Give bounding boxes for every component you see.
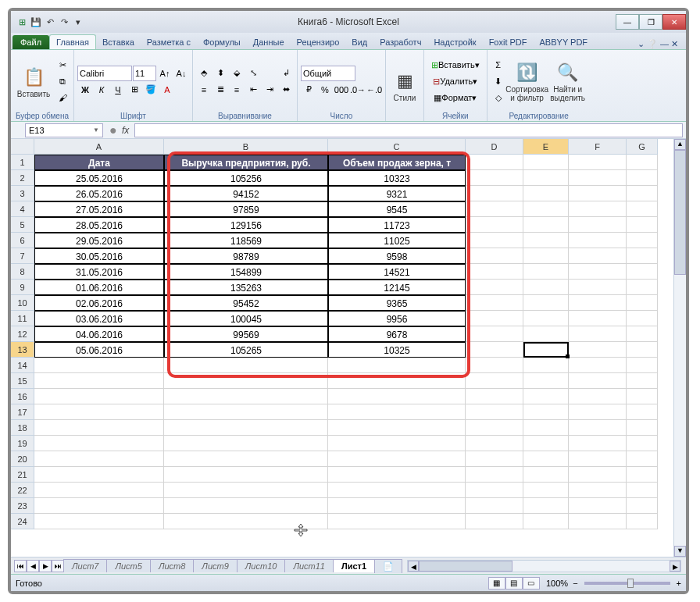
cell[interactable] bbox=[627, 436, 658, 451]
col-header-G[interactable]: G bbox=[627, 139, 658, 155]
cell[interactable]: 02.06.2016 bbox=[34, 295, 164, 311]
cell[interactable] bbox=[569, 186, 627, 201]
cell[interactable]: 25.05.2016 bbox=[34, 170, 164, 186]
cell[interactable] bbox=[164, 436, 328, 451]
cell[interactable] bbox=[34, 358, 164, 373]
cell[interactable] bbox=[523, 373, 569, 389]
cell[interactable]: Объем продаж зерна, т bbox=[328, 155, 466, 170]
cell[interactable] bbox=[569, 326, 627, 342]
cell[interactable] bbox=[569, 248, 627, 264]
dec-decimal-icon[interactable]: ←.0 bbox=[366, 82, 382, 98]
cell[interactable] bbox=[627, 404, 658, 420]
cell[interactable] bbox=[328, 498, 466, 514]
italic-button[interactable]: К bbox=[94, 82, 109, 98]
maximize-button[interactable]: ❐ bbox=[639, 14, 662, 30]
cell[interactable] bbox=[627, 170, 658, 186]
grow-font-icon[interactable]: A↑ bbox=[157, 66, 173, 81]
cut-icon[interactable]: ✂ bbox=[55, 57, 70, 73]
name-box[interactable]: E13 ▼ bbox=[25, 123, 103, 137]
sheet-tab[interactable]: Лист10 bbox=[237, 559, 286, 572]
cell[interactable]: 9365 bbox=[328, 295, 466, 311]
cell[interactable] bbox=[523, 467, 569, 483]
cell[interactable] bbox=[466, 311, 523, 326]
copy-icon[interactable]: ⧉ bbox=[55, 73, 70, 89]
cell[interactable]: 9545 bbox=[328, 201, 466, 217]
cell[interactable] bbox=[466, 389, 523, 404]
view-normal-icon[interactable]: ▦ bbox=[488, 577, 505, 590]
cell[interactable] bbox=[466, 342, 523, 358]
file-tab[interactable]: Файл bbox=[12, 35, 49, 49]
cell[interactable] bbox=[627, 295, 658, 311]
cell[interactable] bbox=[164, 373, 328, 389]
sheet-nav-prev-icon[interactable]: ◀ bbox=[27, 560, 39, 572]
cell[interactable] bbox=[627, 373, 658, 389]
sheet-nav-last-icon[interactable]: ⏭ bbox=[52, 560, 64, 572]
scroll-up-icon[interactable]: ▲ bbox=[674, 139, 686, 150]
cell[interactable] bbox=[569, 358, 627, 373]
cell[interactable] bbox=[328, 389, 466, 404]
hscroll-thumb[interactable] bbox=[419, 561, 512, 572]
row-header[interactable]: 18 bbox=[11, 420, 34, 436]
inc-decimal-icon[interactable]: .0→ bbox=[350, 82, 366, 98]
vertical-scrollbar[interactable]: ▲ ▼ bbox=[673, 139, 686, 557]
cell[interactable] bbox=[466, 373, 523, 389]
cell[interactable]: 97859 bbox=[164, 201, 328, 217]
cell[interactable] bbox=[523, 483, 569, 498]
undo-icon[interactable]: ↶ bbox=[44, 16, 56, 28]
col-header-A[interactable]: A bbox=[34, 139, 164, 155]
row-header[interactable]: 7 bbox=[11, 248, 34, 264]
cell[interactable]: 129156 bbox=[164, 217, 328, 233]
cell[interactable] bbox=[523, 514, 569, 529]
cell[interactable] bbox=[569, 483, 627, 498]
font-size-combo[interactable] bbox=[133, 66, 156, 81]
cell[interactable] bbox=[466, 451, 523, 467]
worksheet-grid[interactable]: A B C D E F G 1ДатаВыручка предприятия, … bbox=[11, 139, 686, 557]
cell[interactable] bbox=[523, 264, 569, 280]
cell[interactable] bbox=[466, 201, 523, 217]
tab-addins[interactable]: Надстройк bbox=[427, 35, 482, 49]
row-header[interactable]: 15 bbox=[11, 373, 34, 389]
cell[interactable]: 99569 bbox=[164, 326, 328, 342]
col-header-F[interactable]: F bbox=[569, 139, 627, 155]
cell[interactable] bbox=[466, 404, 523, 420]
tab-data[interactable]: Данные bbox=[247, 35, 291, 49]
cell[interactable] bbox=[523, 420, 569, 436]
cell[interactable]: 10325 bbox=[328, 342, 466, 358]
cell[interactable]: 31.05.2016 bbox=[34, 264, 164, 280]
cell[interactable]: 10323 bbox=[328, 170, 466, 186]
indent-dec-icon[interactable]: ⇤ bbox=[245, 82, 261, 98]
qat-more-icon[interactable]: ▾ bbox=[72, 16, 84, 28]
cell[interactable] bbox=[627, 514, 658, 529]
row-header[interactable]: 6 bbox=[11, 233, 34, 248]
tab-abbyy[interactable]: ABBYY PDF bbox=[534, 35, 595, 49]
sort-filter-button[interactable]: 🔃 Сортировка и фильтр bbox=[508, 55, 547, 107]
row-header[interactable]: 2 bbox=[11, 170, 34, 186]
percent-icon[interactable]: % bbox=[317, 82, 333, 98]
cell[interactable] bbox=[523, 186, 569, 201]
cell[interactable] bbox=[523, 389, 569, 404]
col-header-B[interactable]: B bbox=[164, 139, 328, 155]
formula-input[interactable] bbox=[134, 123, 683, 137]
cell[interactable]: 11025 bbox=[328, 233, 466, 248]
scroll-down-icon[interactable]: ▼ bbox=[674, 546, 686, 557]
cell[interactable] bbox=[627, 233, 658, 248]
zoom-in-button[interactable]: + bbox=[677, 579, 681, 588]
cell[interactable] bbox=[164, 420, 328, 436]
fill-color-icon[interactable]: 🪣 bbox=[143, 82, 159, 98]
cell[interactable] bbox=[627, 248, 658, 264]
cell[interactable] bbox=[627, 217, 658, 233]
sheet-tab[interactable]: Лист5 bbox=[106, 559, 150, 572]
align-center-icon[interactable]: ≣ bbox=[212, 82, 228, 98]
cell[interactable] bbox=[523, 311, 569, 326]
cell[interactable] bbox=[466, 186, 523, 201]
cell[interactable] bbox=[523, 295, 569, 311]
new-sheet-button[interactable]: 📄 bbox=[374, 559, 402, 573]
cell[interactable] bbox=[34, 436, 164, 451]
cell[interactable] bbox=[627, 201, 658, 217]
cell[interactable] bbox=[328, 483, 466, 498]
cell[interactable] bbox=[34, 404, 164, 420]
cell[interactable] bbox=[627, 280, 658, 295]
cell[interactable]: 14521 bbox=[328, 264, 466, 280]
col-header-C[interactable]: C bbox=[328, 139, 466, 155]
cell[interactable] bbox=[569, 420, 627, 436]
